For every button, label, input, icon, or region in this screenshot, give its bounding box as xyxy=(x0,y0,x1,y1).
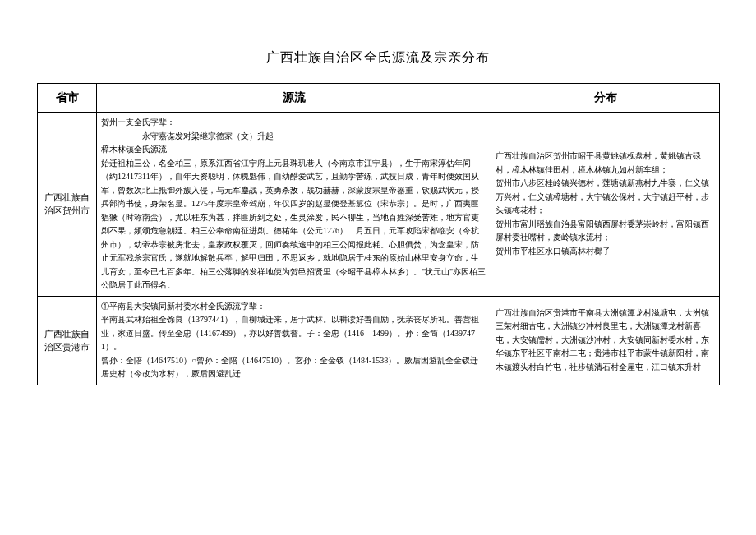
cell-origin: ①平南县大安镇同新村委水村全氏源流字辈：平南县武林始祖全馀良（13797441）… xyxy=(97,296,491,385)
table-header-row: 省市 源流 分布 xyxy=(38,84,720,113)
cell-distribution: 广西壮族自治区贺州市昭平县黄姚镇枧盘村，黄姚镇古碌村，樟木林镇佳田村，樟木林镇九… xyxy=(491,113,720,297)
distribution-text: 广西壮族自治区贵港市平南县大洲镇潭龙村滋塘屯，大洲镇三荣村细古屯，大洲镇沙冲村良… xyxy=(496,307,715,375)
distribution-text: 广西壮族自治区贺州市昭平县黄姚镇枧盘村，黄姚镇古碌村，樟木林镇佳田村，樟木林镇九… xyxy=(496,150,715,258)
cell-distribution: 广西壮族自治区贵港市平南县大洲镇潭龙村滋塘屯，大洲镇三荣村细古屯，大洲镇沙冲村良… xyxy=(491,296,720,385)
origin-text: 贺州一支全氏字辈： 永守嘉谋发对梁继宗德家（文）升起樟木林镇全氏源流始迁祖柏三公… xyxy=(101,116,486,293)
page-title: 广西壮族自治区全氏源流及宗亲分布 xyxy=(37,49,719,67)
header-province: 省市 xyxy=(38,84,97,113)
cell-origin: 贺州一支全氏字辈： 永守嘉谋发对梁继宗德家（文）升起樟木林镇全氏源流始迁祖柏三公… xyxy=(97,113,491,297)
header-distribution: 分布 xyxy=(491,84,720,113)
clan-table: 省市 源流 分布 广西壮族自治区贺州市 贺州一支全氏字辈： 永守嘉谋发对梁继宗德… xyxy=(37,83,720,385)
cell-province: 广西壮族自治区贵港市 xyxy=(38,296,97,385)
header-origin: 源流 xyxy=(97,84,491,113)
table-row: 广西壮族自治区贺州市 贺州一支全氏字辈： 永守嘉谋发对梁继宗德家（文）升起樟木林… xyxy=(38,113,720,297)
origin-text: ①平南县大安镇同新村委水村全氏源流字辈：平南县武林始祖全馀良（13797441）… xyxy=(101,300,486,381)
table-row: 广西壮族自治区贵港市 ①平南县大安镇同新村委水村全氏源流字辈：平南县武林始祖全馀… xyxy=(38,296,720,385)
cell-province: 广西壮族自治区贺州市 xyxy=(38,113,97,297)
